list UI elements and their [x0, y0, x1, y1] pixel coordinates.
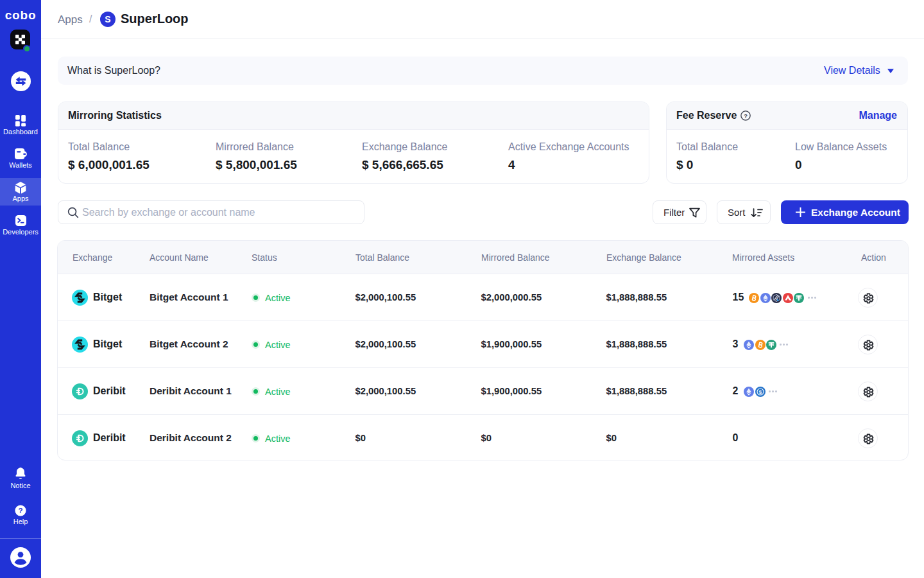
svg-text:cobo: cobo [5, 8, 36, 22]
svg-text:?: ? [744, 112, 748, 119]
svg-text:?: ? [18, 507, 22, 514]
svg-text:S: S [105, 14, 110, 24]
svg-text:$: $ [758, 389, 762, 394]
